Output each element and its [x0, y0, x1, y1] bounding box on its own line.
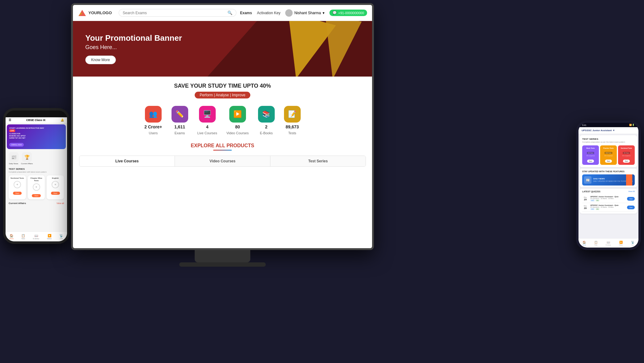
daily-news-icon: 📰: [9, 152, 19, 162]
practice-tests-label: Practice Tests: [601, 147, 616, 149]
practice-tests-progress: 0% Completed: [601, 155, 616, 156]
chevron-down-icon: ▾: [323, 11, 324, 15]
practice-tests-badge: 0/44 Tests: [604, 152, 612, 154]
r-nav-live-label: Live: [632, 244, 634, 246]
stay-updated-title: STAY UPDATED WITH THESE FEATURES: [582, 170, 635, 173]
live-badge: LIVE: [9, 129, 15, 132]
user-avatar: [285, 9, 293, 17]
quiz-1-start-button[interactable]: Start: [627, 197, 635, 201]
whatsapp-icon: 💬: [333, 11, 337, 15]
monitor-container: YOURLOGO 🔍 Exams Activation Key Nishant …: [71, 3, 374, 269]
search-bar[interactable]: 🔍: [119, 9, 236, 17]
phone-r-nav-home[interactable]: 🏠 Home: [583, 241, 586, 246]
nav-activation[interactable]: Activation Key: [257, 11, 280, 15]
phone-r-nav-videos[interactable]: ▶️ Videos: [619, 241, 623, 246]
phone-r-nav-tests[interactable]: 📋 Tests: [594, 241, 598, 246]
quizzes-title: LATEST QUIZZES: [582, 190, 600, 193]
right-phone: 9:41 📶🔋 UPSSSC Junior Assistant ▾ TEST S…: [576, 120, 641, 250]
quiz-2-start-button[interactable]: Start: [627, 206, 635, 209]
phone-right-screen: UPSSSC Junior Assistant ▾ TEST SERIES Co…: [578, 127, 638, 247]
explore-section: EXPLORE ALL PRODUCTS Live Courses Video …: [73, 138, 372, 172]
phone-nav-live[interactable]: 📡 Live: [59, 234, 63, 240]
explore-underline: [213, 150, 232, 151]
phone-left-class-title[interactable]: CBSE Class IX: [26, 119, 46, 122]
phone-right-time: 9:41: [582, 124, 587, 126]
phone-nav-videos[interactable]: ▶️ Videos: [47, 234, 52, 240]
menu-icon[interactable]: ☰: [9, 119, 11, 122]
quizzes-view-all[interactable]: View All: [628, 190, 635, 193]
exam-selector[interactable]: UPSSSC Junior Assistant ▾: [582, 129, 614, 132]
phone-r-card-sectional[interactable]: Sectional Tests 0/1 Tests 0% Completed S…: [618, 145, 635, 165]
phone-r-ts-sub: Complete preparation as per the latest e…: [582, 141, 635, 143]
daily-news-item[interactable]: 📰 Daily News: [9, 152, 19, 165]
exam-selector-text: UPSSSC Junior Assistant: [582, 129, 612, 132]
phone-r-nav-elibrary[interactable]: 📖 E-Library: [606, 241, 611, 246]
stat-ebooks-number: 2: [265, 124, 268, 129]
perform-badge: Perform | Analyse | Improve: [195, 92, 250, 98]
current-affairs-item[interactable]: 🏆 Current Affairs: [21, 152, 33, 165]
phone-test-card-english[interactable]: English ○ Start: [47, 175, 64, 199]
stat-video-courses: ▶️ 80 Video Courses: [227, 106, 249, 135]
test-series-section-sub: Complete preparation with latest exam pa…: [6, 171, 67, 174]
sectional-tests-badge: 0/1 Tests: [623, 152, 630, 154]
test-card-english-start[interactable]: Start: [51, 192, 60, 195]
stat-live-courses-icon: 🖥️: [199, 106, 216, 123]
phone-right-quizzes: LATEST QUIZZES View All May 29 UPSSSC Ju…: [580, 189, 637, 214]
tab-test-series[interactable]: Test Series: [270, 156, 366, 166]
site-header: YOURLOGO 🔍 Exams Activation Key Nishant …: [73, 5, 372, 21]
r-nav-home-label: Home: [583, 244, 586, 246]
phone-nav-elibrary[interactable]: 📖 E-Library: [33, 234, 39, 240]
phone-test-card-sectional[interactable]: Sectional Tests ○ Start: [9, 175, 26, 199]
know-more-button[interactable]: Know More: [85, 56, 116, 64]
view-all-link[interactable]: View all: [57, 202, 64, 204]
mock-tests-badge: 0/4 Tests: [587, 152, 594, 154]
phone-r-card-practice[interactable]: Practice Tests 0/44 Tests 0% Completed S…: [600, 145, 617, 165]
r-elibrary-icon: 📖: [607, 241, 610, 244]
logo-area: YOURLOGO: [78, 9, 115, 17]
phone-nav-tests[interactable]: 📋 Tests: [21, 234, 25, 240]
quiz-1-tags: ENG HIN: [590, 199, 625, 202]
tab-video-courses[interactable]: Video Courses: [175, 156, 270, 166]
phone-right-features: STAY UPDATED WITH THESE FEATURES 📰 DAILY…: [580, 169, 637, 187]
website: YOURLOGO 🔍 Exams Activation Key Nishant …: [73, 5, 372, 248]
quiz-2-tags: ENG HIN: [590, 208, 625, 210]
practice-tests-start[interactable]: Start: [605, 160, 612, 163]
test-card-sectional-start[interactable]: Start: [13, 192, 22, 195]
stat-tests-icon: 📝: [284, 106, 301, 123]
quiz-item-2: May 28 UPSSSC Junior Assistant - Quiz 20…: [582, 203, 635, 212]
phone-right-signals: 📶🔋: [629, 124, 635, 126]
phone-r-nav-live[interactable]: 📡 Live: [631, 241, 634, 246]
test-card-chapterwise-start[interactable]: Start: [32, 194, 41, 197]
nav-user[interactable]: Nishant Sharma ▾: [285, 9, 324, 17]
tab-live-courses[interactable]: Live Courses: [79, 156, 175, 166]
phone-r-card-mock[interactable]: Mock Tests 0/4 Tests 0% Completed Start: [582, 145, 599, 165]
phone-test-card-chapterwise[interactable]: Chapter Wise Tests ○ Start: [28, 175, 45, 199]
stat-tests-number: 89,673: [286, 124, 299, 129]
phone-right-header: UPSSSC Junior Assistant ▾: [578, 127, 638, 134]
nav-phone[interactable]: 💬 +91-0000000000: [329, 10, 367, 16]
stats-section: SAVE YOUR STUDY TIME UPTO 40% Perform | …: [73, 77, 372, 138]
nav-home-label: Home: [10, 238, 14, 240]
logo-text: YOURLOGO: [88, 10, 112, 15]
banner-subtitle: Goes Here...: [85, 44, 182, 51]
sectional-tests-label: Sectional Tests: [619, 147, 633, 149]
stats-icons-row: 👥 2 Crore+ Users ✏️ 1,611 Exams 🖥️ 4 Liv…: [76, 106, 369, 135]
stat-exams: ✏️ 1,611 Exams: [172, 106, 188, 135]
phone-nav-home[interactable]: 🏠 Home: [10, 234, 14, 240]
nav-exams[interactable]: Exams: [240, 11, 252, 15]
search-input[interactable]: [123, 11, 226, 15]
mock-tests-start[interactable]: Start: [587, 160, 594, 163]
nav-elibrary-label: E-Library: [33, 238, 39, 240]
promo-banner: Your Promotional Banner Goes Here... Kno…: [73, 21, 372, 77]
stat-live-number: 4: [206, 124, 209, 129]
left-phone: ☰ CBSE Class IX 🔔 START LEARNING IN INTR…: [3, 108, 70, 244]
phone-enroll-button[interactable]: ENROLL NOW: [9, 143, 24, 147]
explore-tabs: Live Courses Video Courses Test Series: [79, 156, 366, 167]
phone-left-notification-icon[interactable]: 🔔: [61, 119, 64, 122]
banner-content: Your Promotional Banner Goes Here... Kno…: [85, 33, 182, 64]
sectional-tests-start[interactable]: Start: [623, 160, 630, 163]
test-card-sectional-circle: ○: [14, 181, 21, 188]
daily-news-label: Daily News: [9, 163, 18, 165]
explore-title: EXPLORE ALL PRODUCTS: [79, 143, 366, 148]
stat-video-icon: ▶️: [229, 106, 246, 123]
